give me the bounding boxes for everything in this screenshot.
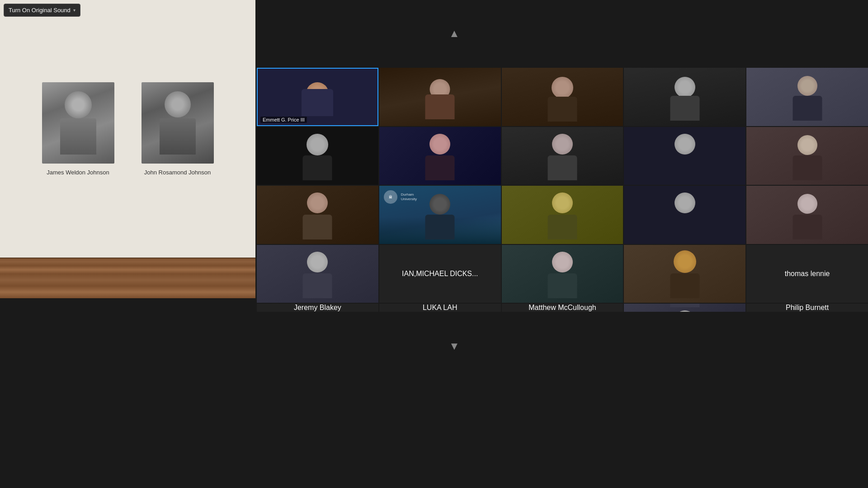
chevron-down-icon: ▾	[73, 8, 75, 13]
video-tile-p6[interactable]	[257, 127, 378, 185]
video-tile-p8[interactable]	[502, 127, 623, 185]
presentation-content: James Weldon Johnson John Rosamond Johns…	[0, 0, 255, 258]
video-tile-p18[interactable]	[502, 245, 623, 303]
presentation-figures: James Weldon Johnson John Rosamond Johns…	[42, 82, 214, 176]
tile-name-philip: Philip Burnett	[786, 304, 829, 312]
wood-floor	[0, 258, 255, 298]
video-tile-p3[interactable]	[502, 68, 623, 126]
scroll-up-button[interactable]: ▲	[449, 27, 460, 40]
tile-name-jeremy: Jeremy Blakey	[294, 304, 341, 312]
video-tile-p7[interactable]	[379, 127, 501, 185]
video-tile-p2[interactable]	[379, 68, 501, 126]
video-tile-p15[interactable]	[746, 186, 868, 244]
video-tile-p4[interactable]	[624, 68, 745, 126]
arrow-down-icon: ▼	[449, 340, 460, 352]
photo-john-rosamond-johnson	[142, 82, 214, 164]
arrow-up-icon: ▲	[449, 27, 460, 39]
figure-james-weldon-johnson: James Weldon Johnson	[42, 82, 114, 176]
video-tile-ian[interactable]: IAN,MICHAEL DICKS...	[379, 245, 501, 303]
video-grid: Emmett G. Price III	[257, 68, 868, 312]
sound-button-label: Turn On Original Sound	[9, 7, 71, 14]
video-tile-p9[interactable]	[624, 127, 745, 185]
tile-name-ian: IAN,MICHAEL DICKS...	[402, 270, 478, 278]
video-tile-matthew[interactable]: Matthew McCullough	[502, 304, 623, 312]
video-tile-p5[interactable]	[746, 68, 868, 126]
name-james-weldon-johnson: James Weldon Johnson	[47, 169, 109, 176]
video-tile-p13[interactable]	[502, 186, 623, 244]
video-tile-philip[interactable]: Philip Burnett	[746, 304, 868, 312]
tile-name-luka: LUKA LAH	[423, 304, 457, 312]
video-tile-luka[interactable]: LUKA LAH	[379, 304, 501, 312]
video-tile-p19[interactable]	[624, 245, 745, 303]
video-tile-p10[interactable]	[746, 127, 868, 185]
video-tile-p16[interactable]	[257, 245, 378, 303]
photo-james-weldon-johnson	[42, 82, 114, 164]
video-tile-p24[interactable]	[624, 304, 745, 312]
video-tile-p11[interactable]	[257, 186, 378, 244]
turn-on-original-sound-button[interactable]: Turn On Original Sound ▾	[4, 4, 80, 17]
video-tile-p14[interactable]	[624, 186, 745, 244]
tile-name-matthew: Matthew McCullough	[528, 304, 596, 312]
video-tile-thomas[interactable]: thomas lennie	[746, 245, 868, 303]
tile-name-emmett: Emmett G. Price III	[260, 117, 307, 123]
video-tile-emmett[interactable]: Emmett G. Price III	[257, 68, 378, 126]
video-tile-durham[interactable]: 🏛 DurhamUniversity	[379, 186, 501, 244]
name-john-rosamond-johnson: John Rosamond Johnson	[144, 169, 211, 176]
tile-name-thomas: thomas lennie	[785, 270, 830, 278]
video-tile-jeremy[interactable]: Jeremy Blakey	[257, 304, 378, 312]
presentation-panel: James Weldon Johnson John Rosamond Johns…	[0, 0, 255, 298]
scroll-down-button[interactable]: ▼	[449, 340, 460, 352]
figure-john-rosamond-johnson: John Rosamond Johnson	[142, 82, 214, 176]
